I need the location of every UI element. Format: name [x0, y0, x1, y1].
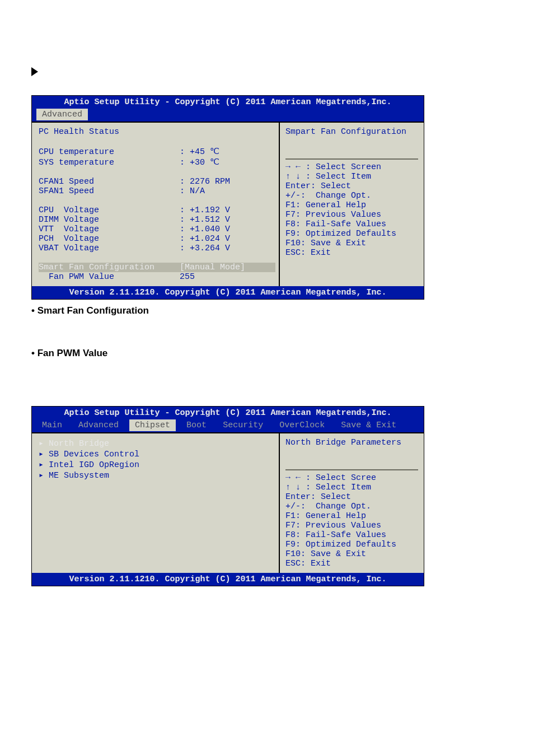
tab-chipset[interactable]: Chipset — [129, 419, 176, 431]
field-vtt-voltage: VTT Voltage : +1.040 V — [39, 225, 275, 234]
hint-f1: F1: General Help — [285, 511, 418, 521]
field-cpu-temp: CPU temperature : +45 ℃ — [39, 146, 275, 157]
field-smart-fan[interactable]: Smart Fan Configuration [Manual Mode] — [39, 263, 275, 272]
bios-help-panel: Smpart Fan Configuration → ← : Select Sc… — [279, 123, 424, 286]
field-cfan1: CFAN1 Speed : 2276 RPM — [39, 177, 275, 186]
field-vbat-voltage: VBAT Voltage : +3.264 V — [39, 244, 275, 253]
hint-f7: F7: Previous Values — [285, 210, 418, 220]
item-intel-igd[interactable]: ▸ Intel IGD OpRegion — [39, 459, 275, 470]
bios-title: Aptio Setup Utility - Copyright (C) 2011… — [32, 96, 424, 109]
hint-select-screen: → ← : Select Screen — [285, 162, 418, 172]
field-sys-temp: SYS temperature : +30 ℃ — [39, 157, 275, 167]
hint-enter: Enter: Select — [285, 181, 418, 191]
hint-esc: ESC: Exit — [285, 248, 418, 258]
hint-enter: Enter: Select — [285, 492, 418, 502]
hint-select-item: ↑ ↓ : Select Item — [285, 483, 418, 492]
bios-version: Version 2.11.1210. Copyright (C) 2011 Am… — [32, 286, 424, 299]
tab-main[interactable]: Main — [36, 419, 68, 431]
tab-advanced[interactable]: Advanced — [73, 419, 124, 431]
bios-help-panel: North Bridge Parameters → ← : Select Scr… — [279, 433, 424, 573]
hint-esc: ESC: Exit — [285, 559, 418, 568]
bios-title: Aptio Setup Utility - Copyright (C) 2011… — [32, 407, 424, 419]
field-sfan1: SFAN1 Speed : N/A — [39, 186, 275, 196]
field-dimm-voltage: DIMM Voltage : +1.512 V — [39, 215, 275, 225]
hint-select-screen: → ← : Select Scree — [285, 473, 418, 483]
field-cpu-voltage: CPU Voltage : +1.192 V — [39, 206, 275, 215]
field-pch-voltage: PCH Voltage : +1.024 V — [39, 234, 275, 244]
hint-f10: F10: Save & Exit — [285, 549, 418, 559]
pc-health-status: PC Health Status — [39, 127, 275, 137]
hint-change: +/-: Change Opt. — [285, 502, 418, 511]
bios-left-panel: PC Health Status CPU temperature : +45 ℃… — [32, 123, 279, 286]
hint-change: +/-: Change Opt. — [285, 191, 418, 200]
heading-fan-pwm: • Fan PWM Value — [31, 348, 503, 359]
hint-f10: F10: Save & Exit — [285, 239, 418, 248]
bios-left-panel: ▸ North Bridge ▸ SB Devices Control ▸ In… — [32, 433, 279, 573]
field-fan-pwm[interactable]: Fan PWM Value 255 — [39, 272, 275, 282]
hint-f9: F9: Optimized Defaults — [285, 229, 418, 239]
tab-security[interactable]: Security — [217, 419, 269, 431]
bios-screenshot-chipset: Aptio Setup Utility - Copyright (C) 2011… — [31, 406, 424, 586]
tab-advanced[interactable]: Advanced — [36, 109, 88, 120]
tab-boot[interactable]: Boot — [181, 419, 212, 431]
item-north-bridge[interactable]: ▸ North Bridge — [39, 438, 275, 449]
hint-f8: F8: Fail-Safe Values — [285, 220, 418, 229]
bios-menubar: Advanced — [32, 109, 424, 122]
help-title: North Bridge Parameters — [285, 438, 418, 447]
hint-f7: F7: Previous Values — [285, 521, 418, 530]
hint-f9: F9: Optimized Defaults — [285, 540, 418, 549]
hint-select-item: ↑ ↓ : Select Item — [285, 172, 418, 181]
heading-smart-fan: • Smart Fan Configuration — [31, 305, 503, 316]
item-sb-devices[interactable]: ▸ SB Devices Control — [39, 449, 275, 459]
bios-screenshot-health: Aptio Setup Utility - Copyright (C) 2011… — [31, 95, 424, 300]
item-me-subsystem[interactable]: ▸ ME Subsystem — [39, 470, 275, 480]
help-title: Smpart Fan Configuration — [285, 127, 418, 137]
bios-menubar: Main Advanced Chipset Boot Security Over… — [32, 419, 424, 432]
hint-f1: F1: General Help — [285, 200, 418, 210]
arrow-icon — [31, 67, 38, 76]
tab-overclock[interactable]: OverClock — [274, 419, 330, 431]
hint-f8: F8: Fail-Safe Values — [285, 530, 418, 540]
bios-version: Version 2.11.1210. Copyright (C) 2011 Am… — [32, 573, 424, 586]
tab-save-exit[interactable]: Save & Exit — [335, 419, 402, 431]
